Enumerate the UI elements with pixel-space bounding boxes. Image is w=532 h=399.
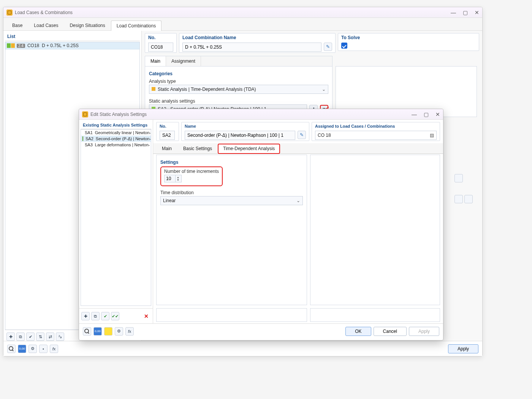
inner-edit-name-icon[interactable]: ✎: [298, 131, 306, 139]
copy-icon[interactable]: ⧉: [16, 332, 25, 341]
increments-highlight: Number of time increments ▲▼: [160, 166, 223, 186]
dot-icon[interactable]: •: [39, 345, 48, 353]
list-code: CO18: [27, 43, 39, 48]
aux-icon-3[interactable]: [464, 195, 473, 203]
sa-list[interactable]: SA1Geometrically linear | Newton- SA2Sec…: [81, 129, 151, 306]
assigned-label: Assigned to Load Cases / Combinations: [312, 122, 440, 130]
edit-sas-dialog: Edit Static Analysis Settings — ▢ ✕ Exis…: [79, 109, 443, 340]
inner-search-icon[interactable]: [83, 327, 91, 336]
inner-no-label: No.: [157, 122, 179, 130]
units-icon[interactable]: 0,00: [18, 345, 26, 353]
increments-input[interactable]: [165, 175, 175, 182]
sa-copy-icon[interactable]: ⧉: [91, 312, 100, 320]
inner-comment-side[interactable]: [310, 308, 440, 322]
assigned-value: CO 18: [318, 133, 331, 138]
inner-bottom-bar: 0,00 ⚙ fx OK Cancel Apply: [79, 323, 443, 339]
outer-bottom-bar: 0,00 ⚙ • fx Apply: [3, 341, 482, 356]
check-icon[interactable]: ✔: [26, 332, 35, 341]
sa-row-1[interactable]: SA1Geometrically linear | Newton-: [81, 130, 151, 136]
sa-delete-icon[interactable]: ✕: [142, 312, 150, 320]
settings-header: Settings: [160, 160, 303, 165]
timedist-select[interactable]: Linear⌄: [160, 196, 303, 205]
solve-field-block: To Solve: [338, 33, 479, 51]
inner-comment-main[interactable]: [156, 308, 307, 322]
app-icon: [82, 111, 88, 117]
sort-icon[interactable]: ⇅: [36, 332, 44, 341]
ok-button[interactable]: OK: [345, 327, 371, 336]
outer-tabs: Base Load Cases Design Situations Load C…: [3, 18, 482, 31]
inner-tabs: Main Basic Settings Time-Dependent Analy…: [153, 143, 443, 154]
inner-left-panel: Existing Static Analysis Settings SA1Geo…: [79, 120, 153, 323]
increments-spinner[interactable]: ▲▼: [164, 175, 182, 182]
name-input[interactable]: [182, 43, 321, 52]
solve-checkbox[interactable]: [341, 43, 347, 49]
tab-design-situations[interactable]: Design Situations: [64, 20, 111, 30]
no-field-block: No.: [145, 33, 177, 53]
tab-load-combinations[interactable]: Load Combinations: [111, 21, 162, 31]
tab-base[interactable]: Base: [6, 20, 28, 30]
cancel-button[interactable]: Cancel: [374, 327, 407, 336]
sa-checkall-icon[interactable]: ✔✔: [111, 312, 119, 320]
inner-side-panel: [310, 155, 440, 305]
inner-tab-tda[interactable]: Time-Dependent Analysis: [218, 144, 280, 154]
subtab-assignment[interactable]: Assignment: [166, 56, 201, 66]
outer-apply-button[interactable]: Apply: [448, 344, 478, 353]
inner-window-title: Edit Static Analysis Settings: [90, 112, 147, 117]
aux-icon-2[interactable]: [454, 195, 463, 203]
analysis-type-select[interactable]: Static Analysis | Time-Dependent Analysi…: [149, 85, 328, 94]
list-item[interactable]: 2.4 CO18 D + 0.75L + 0.25S: [5, 42, 139, 49]
search-icon[interactable]: [7, 345, 16, 353]
sa-row-3[interactable]: SA3Large deformations | Newton-: [81, 142, 151, 148]
inner-title-bar: Edit Static Analysis Settings — ▢ ✕: [79, 109, 443, 120]
solve-label: To Solve: [338, 33, 479, 42]
subtab-main[interactable]: Main: [145, 56, 166, 66]
close-icon[interactable]: ✕: [435, 111, 440, 117]
name-field-block: Load Combination Name ✎: [179, 33, 336, 53]
app-icon: [6, 10, 13, 16]
outer-title-bar: Load Cases & Combinations — ▢ ✕: [3, 7, 482, 18]
no-input[interactable]: [148, 43, 173, 52]
aux-icon-1[interactable]: [454, 174, 463, 182]
list-badge: 2.4: [17, 44, 25, 48]
categories-header: Categories: [149, 71, 328, 76]
window-title: Load Cases & Combinations: [15, 10, 73, 15]
list-header: List: [5, 32, 140, 41]
maximize-icon[interactable]: ▢: [463, 10, 468, 16]
timedist-label: Time distribution: [160, 190, 303, 195]
swap-icon[interactable]: ⇄: [46, 332, 54, 341]
sa-new-icon[interactable]: ✚: [81, 312, 90, 320]
close-icon[interactable]: ✕: [475, 10, 479, 16]
tree-icon[interactable]: ⚙: [28, 345, 37, 353]
sa-row-2[interactable]: SA2Second-order (P-Δ) | Newton-R: [81, 136, 151, 142]
assigned-field[interactable]: CO 18 ▤: [315, 131, 437, 140]
analysis-type-label: Analysis type: [149, 79, 328, 84]
inner-name-input[interactable]: [185, 131, 295, 140]
inner-units-icon[interactable]: 0,00: [93, 327, 102, 336]
inner-apply-button[interactable]: Apply: [409, 327, 439, 336]
inner-tree-icon[interactable]: ⚙: [115, 327, 123, 336]
inner-color-icon[interactable]: [104, 327, 112, 336]
sa-check-icon[interactable]: ✔: [101, 312, 109, 320]
settings-panel: Settings Number of time increments ▲▼ Ti…: [156, 155, 307, 305]
inner-fx-icon[interactable]: fx: [125, 327, 134, 336]
minimize-icon[interactable]: —: [412, 111, 417, 117]
number-icon[interactable]: ²₃: [56, 332, 64, 341]
inner-name-label: Name: [182, 122, 309, 130]
assigned-list-icon[interactable]: ▤: [430, 133, 434, 138]
fx-icon[interactable]: fx: [50, 345, 58, 353]
increments-label: Number of time increments: [164, 169, 219, 174]
minimize-icon[interactable]: —: [451, 10, 456, 16]
existing-sas-header: Existing Static Analysis Settings: [81, 121, 151, 129]
edit-name-icon[interactable]: ✎: [324, 43, 332, 51]
maximize-icon[interactable]: ▢: [424, 111, 429, 117]
name-label: Load Combination Name: [179, 33, 335, 42]
tab-load-cases[interactable]: Load Cases: [28, 20, 64, 30]
new-icon[interactable]: ✚: [6, 332, 15, 341]
no-label: No.: [145, 33, 176, 42]
sas-label: Static analysis settings: [149, 98, 328, 104]
spinner-up-icon[interactable]: ▲: [177, 176, 179, 179]
spinner-down-icon[interactable]: ▼: [177, 179, 179, 181]
inner-tab-main[interactable]: Main: [156, 143, 177, 154]
inner-no-input[interactable]: [160, 131, 175, 140]
inner-tab-basic[interactable]: Basic Settings: [177, 143, 218, 154]
